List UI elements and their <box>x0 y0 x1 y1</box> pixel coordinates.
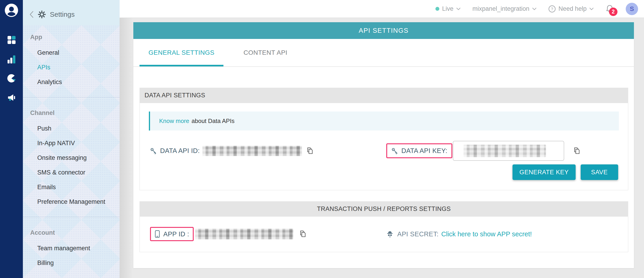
app-id-label: APP ID : <box>163 230 189 238</box>
apps-grid-icon[interactable] <box>7 36 16 44</box>
avatar[interactable]: S <box>626 3 638 15</box>
environment-switcher[interactable]: Live <box>436 5 460 12</box>
data-api-settings-panel: Know more about Data APIs <box>140 103 628 190</box>
help-circle-icon: ? <box>548 5 556 13</box>
project-name: mixpanel_integration <box>472 5 530 12</box>
settings-card: GENERAL SETTINGS CONTENT API DATA API SE… <box>133 39 634 268</box>
live-status-dot <box>436 7 439 11</box>
help-menu[interactable]: ? Need help <box>548 5 594 13</box>
content-area: API SETTINGS GENERAL SETTINGS CONTENT AP… <box>120 18 644 278</box>
data-api-key-highlight: DATA API KEY: <box>386 143 452 158</box>
section-label-account: Account <box>23 229 120 236</box>
data-api-id-value-redacted <box>202 146 302 156</box>
page-title: API SETTINGS <box>359 27 409 34</box>
main-area: Live mixpanel_integration ? Need help <box>120 0 644 278</box>
sidebar-section-channel: Channel Push In-App NATIV Onsite messagi… <box>23 97 120 217</box>
sidebar-item-general[interactable]: General <box>23 49 120 56</box>
know-more-banner: Know more about Data APIs <box>149 112 619 131</box>
sidebar-item-inapp-nativ[interactable]: In-App NATIV <box>23 140 120 147</box>
transaction-settings-title: TRANSACTION PUSH / REPORTS SETTINGS <box>317 205 451 212</box>
sidebar-item-sms-connector[interactable]: SMS & connector <box>23 169 120 176</box>
data-api-row: DATA API ID: <box>149 141 619 161</box>
sidebar-shadow <box>120 18 133 278</box>
data-api-settings-title: DATA API SETTINGS <box>144 92 205 99</box>
key-icon <box>391 147 398 154</box>
sidebar-item-analytics[interactable]: Analytics <box>23 79 120 85</box>
generate-key-button[interactable]: GENERATE KEY <box>512 164 576 180</box>
mobile-phone-icon <box>154 230 160 238</box>
back-chevron-icon[interactable] <box>29 11 34 18</box>
know-more-text: about Data APIs <box>192 117 235 125</box>
sidebar-item-team-management[interactable]: Team management <box>23 245 120 252</box>
chevron-down-icon <box>532 8 536 10</box>
topbar: Live mixpanel_integration ? Need help <box>120 0 644 18</box>
app-root: Settings App General APIs Analytics Chan… <box>0 0 644 278</box>
sidebar-item-preference-management[interactable]: Preference Management <box>23 198 120 205</box>
data-api-settings-header: DATA API SETTINGS <box>140 88 628 103</box>
sidebar-nav: App General APIs Analytics Channel Push … <box>23 25 120 278</box>
transaction-settings-header: TRANSACTION PUSH / REPORTS SETTINGS <box>140 201 628 217</box>
sidebar-title: Settings <box>50 11 74 18</box>
copy-data-api-key-icon[interactable] <box>573 147 581 155</box>
help-label: Need help <box>558 5 586 12</box>
data-api-id-label: DATA API ID: <box>160 147 200 155</box>
sidebar-section-account: Account Team management Billing <box>23 217 120 278</box>
app-id-highlight: APP ID : <box>150 227 194 241</box>
sidebar-item-apis[interactable]: APIs <box>23 64 120 71</box>
chevron-down-icon <box>589 8 594 10</box>
sidebar-section-app: App General APIs Analytics <box>23 25 120 97</box>
data-api-key-label: DATA API KEY: <box>401 147 447 155</box>
spy-icon <box>386 230 394 238</box>
section-label-channel: Channel <box>23 109 120 117</box>
data-api-key-group: DATA API KEY: <box>382 141 619 161</box>
sidebar-item-billing[interactable]: Billing <box>23 259 120 266</box>
copy-data-api-id-icon[interactable] <box>306 147 314 155</box>
know-more-link[interactable]: Know more <box>159 117 189 125</box>
chevron-down-icon <box>456 8 460 10</box>
data-api-actions: GENERATE KEY SAVE <box>149 164 619 180</box>
notifications-button[interactable]: 2 <box>606 5 614 13</box>
gear-icon <box>38 11 46 18</box>
api-secret-group: API SECRET: Click here to show APP secre… <box>382 230 619 238</box>
section-label-app: App <box>23 34 120 41</box>
sidebar-item-onsite-messaging[interactable]: Onsite messaging <box>23 154 120 161</box>
pie-chart-icon[interactable] <box>7 74 16 83</box>
transaction-settings-panel: APP ID : <box>140 217 628 252</box>
sidebar-item-emails[interactable]: Emails <box>23 184 120 190</box>
save-button[interactable]: SAVE <box>581 164 618 180</box>
data-api-key-input[interactable] <box>453 141 564 161</box>
app-id-group: APP ID : <box>149 227 382 241</box>
brand-logo-icon[interactable] <box>5 4 18 17</box>
tab-bar: GENERAL SETTINGS CONTENT API <box>133 39 634 67</box>
settings-sidebar: Settings App General APIs Analytics Chan… <box>23 0 120 278</box>
data-api-id-group: DATA API ID: <box>149 146 382 156</box>
transaction-row: APP ID : <box>149 227 619 241</box>
tab-general-settings[interactable]: GENERAL SETTINGS <box>140 39 224 66</box>
notification-badge: 2 <box>609 8 618 16</box>
sidebar-item-push[interactable]: Push <box>23 125 120 132</box>
tab-content-api[interactable]: CONTENT API <box>224 39 307 66</box>
megaphone-icon[interactable] <box>7 93 16 102</box>
copy-app-id-icon[interactable] <box>299 230 307 238</box>
app-id-value-redacted <box>195 229 294 239</box>
page-title-bar: API SETTINGS <box>133 22 634 39</box>
sidebar-header: Settings <box>23 0 120 25</box>
bar-chart-icon[interactable] <box>7 55 16 63</box>
svg-text:?: ? <box>551 7 553 11</box>
project-switcher[interactable]: mixpanel_integration <box>472 5 536 12</box>
show-app-secret-link[interactable]: Click here to show APP secret! <box>442 230 532 238</box>
icon-rail <box>0 0 23 278</box>
data-api-key-value-redacted <box>464 145 546 157</box>
key-icon <box>150 147 157 154</box>
api-secret-label: API SECRET: <box>397 230 439 238</box>
live-label: Live <box>442 5 454 12</box>
